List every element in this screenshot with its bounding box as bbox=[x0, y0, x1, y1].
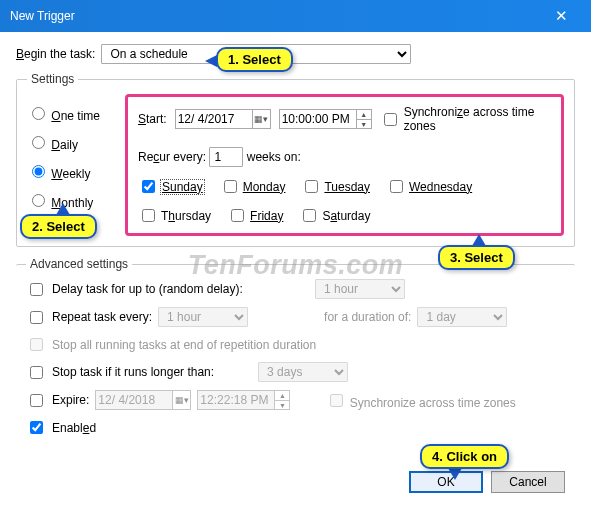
radio-daily[interactable]: Daily bbox=[27, 133, 115, 152]
repeat-row[interactable]: Repeat task every: 1 hour for a duration… bbox=[26, 307, 565, 327]
day-thursday[interactable]: Thursday bbox=[138, 206, 211, 225]
titlebar: New Trigger ✕ bbox=[0, 0, 591, 32]
day-sunday[interactable]: Sunday bbox=[138, 177, 204, 196]
recur-label-b: weeks on: bbox=[247, 150, 301, 164]
schedule-detail-panel: Start: ▦▾ ▲▼ Synchronize across time zon… bbox=[125, 94, 564, 236]
duration-label: for a duration of: bbox=[324, 310, 411, 324]
expire-sync-checkbox bbox=[330, 394, 343, 407]
cancel-button[interactable]: Cancel bbox=[491, 471, 565, 493]
start-label: Start: bbox=[138, 112, 167, 126]
days-of-week: Sunday Monday Tuesday Wednesday bbox=[138, 177, 551, 196]
calendar-icon[interactable]: ▦▾ bbox=[252, 110, 270, 128]
repeat-select: 1 hour bbox=[158, 307, 248, 327]
advanced-legend: Advanced settings bbox=[26, 257, 132, 271]
recur-row: Recur every: weeks on: bbox=[138, 147, 551, 167]
start-date-picker[interactable]: ▦▾ bbox=[175, 109, 271, 129]
radio-onetime[interactable]: One time bbox=[27, 104, 115, 123]
begin-task-row: Begin the task: On a schedule bbox=[16, 44, 575, 64]
stop-if-select: 3 days bbox=[258, 362, 348, 382]
delay-row[interactable]: Delay task for up to (random delay): 1 h… bbox=[26, 279, 565, 299]
start-date-input[interactable] bbox=[176, 110, 252, 128]
callout-2: 2. Select bbox=[20, 214, 97, 239]
radio-monthly[interactable]: Monthly bbox=[27, 191, 115, 210]
advanced-fieldset: Advanced settings Delay task for up to (… bbox=[16, 257, 575, 455]
ok-button[interactable]: OK bbox=[409, 471, 483, 493]
recur-weeks-input[interactable] bbox=[209, 147, 243, 167]
callout-3: 3. Select bbox=[438, 245, 515, 270]
expire-date-picker: ▦▾ bbox=[95, 390, 191, 410]
callout-1: 1. Select bbox=[216, 47, 293, 72]
button-bar: OK Cancel bbox=[16, 465, 575, 495]
stop-if-row[interactable]: Stop task if it runs longer than: 3 days bbox=[26, 362, 565, 382]
window-title: New Trigger bbox=[10, 9, 541, 23]
settings-legend: Settings bbox=[27, 72, 78, 86]
callout-4: 4. Click on bbox=[420, 444, 509, 469]
duration-select: 1 day bbox=[417, 307, 507, 327]
start-time-picker[interactable]: ▲▼ bbox=[279, 109, 372, 129]
day-monday[interactable]: Monday bbox=[220, 177, 286, 196]
settings-fieldset: Settings One time Daily Weekly Monthly S… bbox=[16, 72, 575, 247]
sync-timezone-checkbox[interactable]: Synchronize across time zones bbox=[380, 105, 551, 133]
stop-running-row: Stop all running tasks at end of repetit… bbox=[26, 335, 565, 354]
days-of-week-2: Thursday Friday Saturday bbox=[138, 206, 551, 225]
spinner-up-icon[interactable]: ▲ bbox=[357, 110, 371, 119]
calendar-icon: ▦▾ bbox=[172, 391, 190, 409]
begin-task-label: Begin the task: bbox=[16, 47, 95, 61]
spinner-down-icon[interactable]: ▼ bbox=[357, 119, 371, 128]
delay-select: 1 hour bbox=[315, 279, 405, 299]
day-tuesday[interactable]: Tuesday bbox=[301, 177, 370, 196]
day-friday[interactable]: Friday bbox=[227, 206, 283, 225]
expire-row[interactable]: Expire: ▦▾ ▲▼ Synchronize across time zo… bbox=[26, 390, 565, 410]
day-saturday[interactable]: Saturday bbox=[299, 206, 370, 225]
recur-label-a: Recur every: bbox=[138, 150, 206, 164]
start-time-input[interactable] bbox=[280, 110, 356, 128]
expire-time-picker: ▲▼ bbox=[197, 390, 290, 410]
enabled-row[interactable]: Enabled bbox=[26, 418, 565, 437]
radio-weekly[interactable]: Weekly bbox=[27, 162, 115, 181]
close-icon[interactable]: ✕ bbox=[541, 0, 581, 32]
day-wednesday[interactable]: Wednesday bbox=[386, 177, 472, 196]
